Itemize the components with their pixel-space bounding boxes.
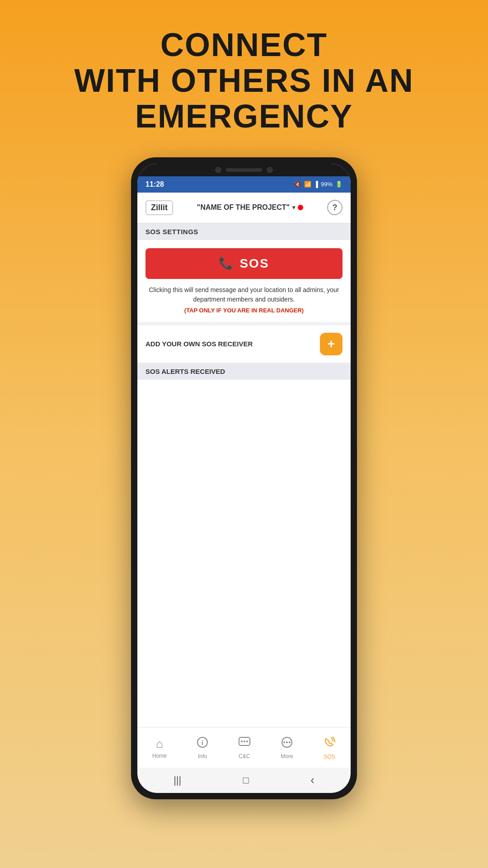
headline-line3: EMERGENCY [74,99,413,134]
android-nav: ||| □ ‹ [137,768,351,793]
android-menu-icon[interactable]: ||| [174,774,181,786]
bottom-nav: ⌂ Home i Info [137,727,351,768]
add-receiver-section: ADD YOUR OWN SOS RECEIVER + [137,326,351,363]
android-home-icon[interactable]: □ [243,774,249,786]
headline: CONNECT WITH OTHERS IN AN EMERGENCY [74,27,413,135]
signal-icon: ▐ [314,181,318,188]
status-time: 11:28 [145,180,164,189]
sos-settings-label: SOS SETTINGS [137,223,351,240]
wifi-icon: 📶 [304,181,311,188]
more-icon [281,736,293,751]
headline-line1: CONNECT [74,27,413,63]
sos-button[interactable]: 📞 SOS [145,248,343,279]
nav-item-info[interactable]: i Info [197,736,208,760]
info-icon: i [197,736,208,751]
battery-icon: 🔋 [335,181,343,188]
add-receiver-button[interactable]: + [320,333,343,355]
nav-item-more[interactable]: More [281,736,293,760]
sos-description: Clicking this will send message and your… [145,285,343,304]
sos-nav-icon [323,736,336,752]
cc-label: C&C [239,753,250,760]
headline-line2: WITH OTHERS IN AN [74,63,413,99]
home-label: Home [152,753,167,759]
speaker [226,168,262,172]
add-receiver-label: ADD YOUR OWN SOS RECEIVER [145,340,253,348]
nav-item-cc[interactable]: C&C [238,736,251,760]
nav-item-home[interactable]: ⌂ Home [152,737,167,759]
svg-point-9 [289,741,291,743]
project-name-area[interactable]: "NAME OF THE PROJECT" ▾ [197,203,303,212]
home-icon: ⌂ [156,737,163,751]
status-icons: 🔇 📶 ▐ 99% 🔋 [294,181,343,188]
svg-text:i: i [202,739,203,746]
svg-point-4 [244,741,245,742]
help-button[interactable]: ? [327,200,343,215]
nav-item-sos[interactable]: SOS [323,736,336,760]
sos-nav-label: SOS [324,754,335,760]
svg-point-8 [286,741,288,743]
phone-mockup: 11:28 🔇 📶 ▐ 99% 🔋 Zillit "NAME OF THE PR… [131,157,357,799]
dropdown-arrow-icon: ▾ [292,204,295,211]
status-bar: 11:28 🔇 📶 ▐ 99% 🔋 [137,176,351,193]
app-logo: Zillit [145,200,173,215]
alerts-content-area [137,380,351,727]
sos-button-label: SOS [239,256,269,271]
cc-icon [238,736,251,751]
mute-icon: 🔇 [294,181,301,188]
sos-warning: (TAP ONLY IF YOU ARE IN REAL DANGER) [145,307,343,314]
sos-area: 📞 SOS Clicking this will send message an… [137,240,351,322]
more-label: More [281,753,293,760]
svg-point-5 [246,741,248,742]
project-name-text: "NAME OF THE PROJECT" [197,203,290,212]
alerts-section-label: SOS ALERTS RECEIVED [137,363,351,380]
svg-point-7 [283,741,285,743]
app-header: Zillit "NAME OF THE PROJECT" ▾ ? [137,193,351,223]
info-label: Info [198,753,207,760]
phone-notch [137,164,351,176]
camera2 [267,167,273,173]
svg-point-3 [241,741,243,742]
camera [215,167,221,173]
battery-text: 99% [321,181,333,188]
notification-dot [298,205,303,210]
android-back-icon[interactable]: ‹ [310,773,314,787]
sos-phone-icon: 📞 [219,256,233,270]
